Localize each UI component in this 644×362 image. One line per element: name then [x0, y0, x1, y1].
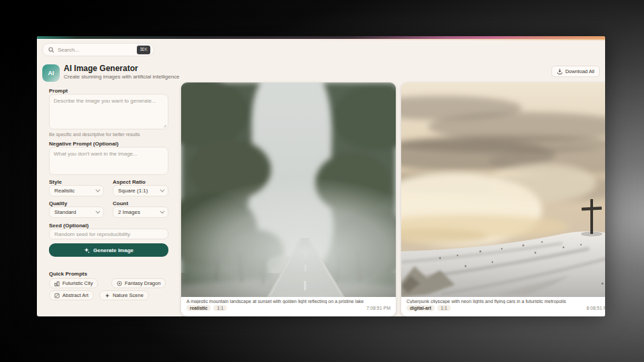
aspect-ratio-select-value: Square (1:1) — [118, 188, 148, 194]
quality-label: Quality — [49, 200, 67, 206]
generate-image-button[interactable]: Generate Image — [49, 243, 168, 257]
download-all-label: Download All — [566, 68, 594, 74]
style-select[interactable]: Realistic — [49, 185, 104, 196]
style-tag: realistic — [186, 305, 211, 311]
download-all-button[interactable]: Download All — [551, 66, 600, 77]
generation-timestamp: 7:08:51 PM — [366, 306, 390, 310]
app-window: ⌘K AI AI Image Generator Create stunning… — [37, 36, 605, 316]
prompt-label: Prompt — [49, 88, 68, 94]
chevron-down-icon — [160, 188, 164, 192]
city-icon — [54, 281, 60, 286]
sparkles-icon — [84, 247, 90, 253]
negative-prompt-label: Negative Prompt (Optional) — [49, 141, 119, 147]
page-subtitle: Create stunning images with artificial i… — [64, 74, 180, 80]
generated-image-snowy-mountain-cross[interactable] — [401, 82, 605, 297]
quick-prompt-nature-scene[interactable]: Nature Scene — [99, 290, 149, 300]
count-select[interactable]: 2 Images — [113, 206, 168, 218]
abstract-art-icon — [54, 293, 60, 298]
image-caption: A majestic mountain landscape at sunset … — [186, 299, 390, 304]
quality-select-value: Standard — [54, 209, 76, 215]
search-icon — [48, 47, 54, 53]
app-logo: AI — [42, 64, 60, 82]
generated-image-card[interactable]: A majestic mountain landscape at sunset … — [181, 82, 396, 316]
seed-label: Seed (Optional) — [49, 223, 89, 229]
quality-select[interactable]: Standard — [49, 206, 104, 218]
image-caption-bar: A majestic mountain landscape at sunset … — [181, 297, 396, 316]
generation-timestamp: 8:08:51 PM — [586, 306, 605, 310]
search-input[interactable] — [58, 47, 133, 53]
negative-prompt-textarea[interactable] — [49, 147, 168, 175]
quick-prompt-label: Abstract Art — [62, 292, 89, 298]
aspect-ratio-select[interactable]: Square (1:1) — [113, 185, 168, 196]
image-caption-bar: Cyberpunk cityscape with neon lights and… — [401, 297, 605, 316]
prompt-textarea[interactable] — [49, 94, 168, 129]
chevron-down-icon — [95, 188, 100, 192]
ratio-tag: 1:1 — [213, 305, 227, 311]
style-select-value: Realistic — [54, 188, 74, 194]
chevron-down-icon — [95, 209, 100, 214]
quick-prompts-label: Quick Prompts — [49, 271, 87, 277]
style-tag: digital-art — [407, 305, 435, 311]
style-label: Style — [49, 179, 62, 185]
generated-image-misty-road[interactable] — [181, 82, 396, 297]
nature-icon — [105, 293, 110, 298]
window-accent-strip-light — [37, 39, 605, 40]
quick-prompt-abstract-art[interactable]: Abstract Art — [49, 290, 94, 300]
quick-prompt-label: Nature Scene — [113, 292, 144, 298]
generate-image-label: Generate Image — [93, 247, 133, 253]
download-icon — [557, 68, 563, 74]
seed-input[interactable] — [49, 229, 168, 239]
search-shortcut-badge: ⌘K — [137, 46, 150, 54]
image-caption: Cyberpunk cityscape with neon lights and… — [407, 299, 605, 304]
dragon-icon — [117, 281, 122, 286]
count-select-value: 2 Images — [118, 209, 140, 215]
count-label: Count — [113, 200, 128, 206]
ratio-tag: 1:1 — [437, 305, 451, 311]
quick-prompt-label: Fantasy Dragon — [125, 280, 160, 286]
quick-prompt-fantasy-dragon[interactable]: Fantasy Dragon — [111, 278, 166, 288]
chevron-down-icon — [160, 209, 164, 214]
search-bar[interactable]: ⌘K — [42, 43, 154, 56]
page-title: AI Image Generator — [64, 64, 138, 73]
prompt-helper-text: Be specific and descriptive for better r… — [49, 132, 140, 137]
desktop-background: ⌘K AI AI Image Generator Create stunning… — [0, 0, 644, 362]
quick-prompt-label: Futuristic City — [62, 280, 93, 286]
aspect-ratio-label: Aspect Ratio — [113, 179, 146, 185]
quick-prompt-futuristic-city[interactable]: Futuristic City — [49, 278, 98, 288]
generated-image-card[interactable]: Cyberpunk cityscape with neon lights and… — [401, 82, 605, 316]
